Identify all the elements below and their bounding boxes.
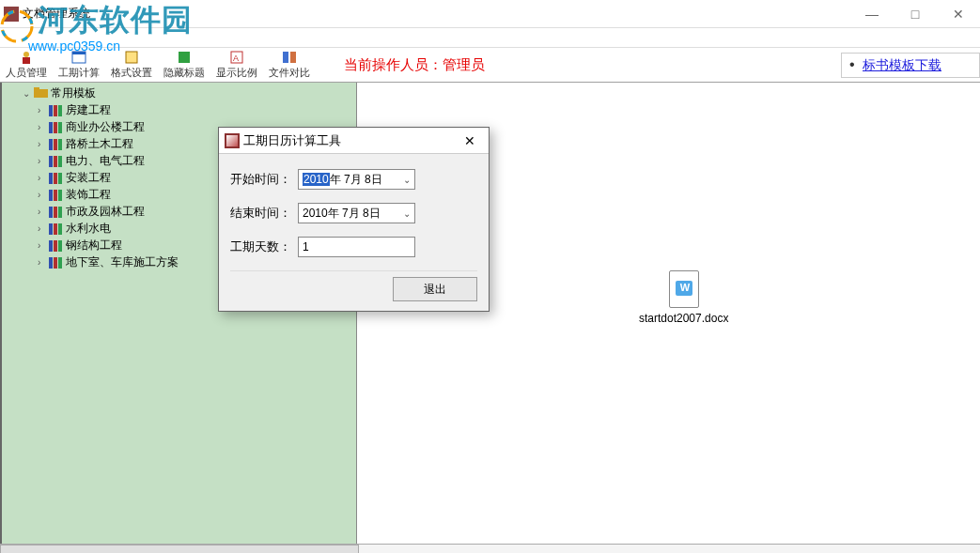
tool-period-calc[interactable]: 工期计算	[53, 48, 105, 82]
svg-rect-6	[126, 52, 137, 63]
svg-text:A: A	[233, 54, 239, 63]
tool-people-manage[interactable]: 人员管理	[0, 48, 53, 82]
calendar-icon	[71, 50, 86, 65]
svg-point-2	[23, 52, 29, 57]
svg-rect-16	[58, 105, 62, 116]
tool-zoom-ratio[interactable]: A 显示比例	[210, 48, 263, 82]
file-name: startdot2007.docx	[639, 312, 728, 325]
expand-icon[interactable]: ›	[38, 223, 47, 234]
dialog-titlebar[interactable]: 工期日历计算工具 ✕	[219, 128, 489, 154]
svg-rect-3	[23, 57, 30, 64]
file-item[interactable]: startdot2007.docx	[639, 270, 728, 325]
collapse-icon[interactable]: ⌄	[23, 88, 32, 99]
svg-rect-5	[72, 52, 86, 54]
svg-rect-7	[179, 52, 190, 63]
tree-root[interactable]: ⌄ 常用模板	[2, 84, 356, 101]
menubar	[0, 28, 980, 47]
main-area: ⌄ 常用模板 ›房建工程›商业办公楼工程›路桥土木工程›电力、电气工程›安装工程…	[0, 83, 980, 544]
start-time-label: 开始时间：	[230, 171, 298, 188]
maximize-button[interactable]: □	[894, 0, 937, 28]
svg-rect-27	[54, 173, 57, 184]
expand-icon[interactable]: ›	[38, 156, 47, 166]
svg-rect-11	[290, 52, 296, 63]
svg-rect-15	[54, 105, 57, 116]
svg-rect-18	[54, 122, 57, 133]
docx-file-icon	[669, 270, 699, 308]
expand-icon[interactable]: ›	[38, 173, 47, 183]
toolbar: 人员管理 工期计算 格式设置 隐藏标题 A 显示比例 文件对比 当前操作人员：管…	[0, 47, 980, 83]
svg-rect-12	[34, 89, 48, 98]
hide-icon	[177, 50, 192, 65]
svg-rect-30	[54, 190, 57, 201]
status-bar	[0, 544, 980, 553]
days-input[interactable]: 1	[298, 237, 415, 257]
svg-rect-31	[58, 190, 62, 201]
svg-rect-21	[54, 139, 57, 150]
chevron-down-icon: ⌄	[403, 175, 411, 185]
tool-hide-title[interactable]: 隐藏标题	[158, 48, 210, 82]
exit-button[interactable]: 退出	[393, 277, 477, 301]
svg-rect-39	[54, 240, 57, 252]
window-title: 文档管理系统	[23, 6, 90, 22]
svg-rect-29	[49, 190, 53, 201]
books-icon	[49, 205, 64, 218]
svg-rect-23	[49, 156, 53, 167]
expand-icon[interactable]: ›	[38, 105, 47, 115]
person-icon	[19, 50, 34, 65]
svg-rect-24	[54, 156, 57, 167]
expand-icon[interactable]: ›	[38, 139, 47, 149]
books-icon	[49, 154, 64, 167]
svg-rect-17	[49, 122, 53, 133]
books-icon	[49, 255, 64, 269]
template-download-panel: • 标书模板下载	[841, 53, 980, 78]
svg-rect-37	[58, 223, 62, 235]
bullet-icon: •	[849, 56, 855, 72]
minimize-button[interactable]: —	[850, 0, 894, 28]
folder-icon	[34, 86, 49, 100]
books-icon	[49, 222, 64, 235]
app-icon	[4, 7, 19, 22]
svg-rect-35	[49, 223, 53, 235]
format-icon	[124, 50, 139, 65]
books-icon	[49, 238, 64, 252]
svg-rect-26	[49, 173, 53, 184]
svg-rect-22	[58, 139, 62, 150]
tool-file-compare[interactable]: 文件对比	[263, 48, 316, 82]
svg-rect-25	[58, 156, 62, 167]
close-button[interactable]: ✕	[937, 0, 980, 28]
current-operator: 当前操作人员：管理员	[344, 56, 485, 74]
chevron-down-icon: ⌄	[403, 208, 411, 219]
compare-icon	[282, 50, 297, 65]
svg-rect-38	[49, 240, 53, 252]
books-icon	[49, 137, 64, 150]
expand-icon[interactable]: ›	[38, 240, 47, 251]
svg-rect-41	[49, 257, 53, 269]
end-time-picker[interactable]: 2010年 7月 8日 ⌄	[298, 203, 415, 223]
expand-icon[interactable]: ›	[38, 207, 47, 217]
days-label: 工期天数：	[230, 238, 298, 255]
svg-rect-10	[283, 52, 288, 63]
window-titlebar: 文档管理系统 — □ ✕	[0, 0, 980, 28]
svg-rect-40	[58, 240, 62, 252]
svg-rect-36	[54, 223, 57, 235]
dialog-title: 工期日历计算工具	[243, 132, 341, 149]
period-calendar-dialog: 工期日历计算工具 ✕ 开始时间： 2010年 7月 8日 ⌄ 结束时间： 201…	[218, 127, 490, 312]
expand-icon[interactable]: ›	[38, 122, 47, 132]
svg-rect-28	[58, 173, 62, 184]
dialog-close-button[interactable]: ✕	[453, 130, 487, 152]
end-time-label: 结束时间：	[230, 205, 298, 222]
start-time-picker[interactable]: 2010年 7月 8日 ⌄	[298, 169, 415, 190]
dialog-icon	[225, 133, 240, 148]
svg-rect-42	[54, 257, 57, 269]
books-icon	[49, 171, 64, 184]
template-download-link[interactable]: 标书模板下载	[863, 57, 941, 72]
zoom-icon: A	[229, 50, 244, 65]
expand-icon[interactable]: ›	[38, 190, 47, 200]
books-icon	[49, 120, 64, 133]
svg-rect-13	[34, 87, 39, 90]
expand-icon[interactable]: ›	[38, 257, 47, 268]
svg-rect-32	[49, 207, 53, 218]
tool-format-setting[interactable]: 格式设置	[105, 48, 158, 82]
tree-item[interactable]: ›房建工程	[2, 101, 356, 118]
books-icon	[49, 188, 64, 201]
